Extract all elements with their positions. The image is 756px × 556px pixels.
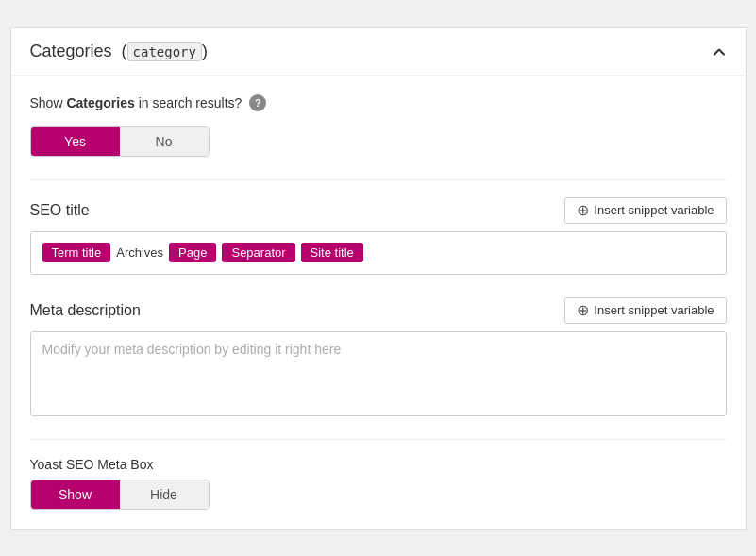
categories-panel: Categories (category) Show Categories in… xyxy=(10,27,747,530)
tag-separator[interactable]: Separator xyxy=(222,243,294,262)
seo-title-label: SEO title xyxy=(30,202,90,219)
no-button[interactable]: No xyxy=(120,127,209,156)
seo-title-insert-button[interactable]: ⊕ Insert snippet variable xyxy=(564,197,726,224)
yes-no-toggle: Yes No xyxy=(30,126,210,157)
divider-2 xyxy=(30,439,727,440)
panel-title: Categories (category) xyxy=(30,42,208,61)
tag-page[interactable]: Page xyxy=(169,243,216,262)
plus-icon-meta: ⊕ xyxy=(577,303,589,318)
show-hide-toggle: Show Hide xyxy=(30,480,210,510)
seo-title-insert-label: Insert snippet variable xyxy=(594,203,714,217)
meta-description-section: Meta description ⊕ Insert snippet variab… xyxy=(30,297,727,416)
meta-description-header: Meta description ⊕ Insert snippet variab… xyxy=(30,297,727,324)
show-button[interactable]: Show xyxy=(31,480,120,509)
hide-button[interactable]: Hide xyxy=(120,480,209,509)
meta-description-insert-label: Insert snippet variable xyxy=(594,303,714,317)
seo-title-section: SEO title ⊕ Insert snippet variable Term… xyxy=(30,197,727,275)
seo-title-box[interactable]: Term title Archives Page Separator Site … xyxy=(30,231,727,275)
panel-header: Categories (category) xyxy=(11,28,746,76)
help-icon[interactable]: ? xyxy=(249,94,266,111)
collapse-button[interactable] xyxy=(710,42,727,59)
meta-description-placeholder: Modify your meta description by editing … xyxy=(42,342,342,357)
tag-term-title[interactable]: Term title xyxy=(42,243,111,262)
text-archives: Archives xyxy=(116,245,163,260)
meta-description-box[interactable]: Modify your meta description by editing … xyxy=(30,331,727,416)
show-categories-label: Show Categories in search results? xyxy=(30,95,243,110)
panel-body: Show Categories in search results? ? Yes… xyxy=(11,76,746,529)
tag-site-title[interactable]: Site title xyxy=(301,243,363,262)
yes-button[interactable]: Yes xyxy=(31,127,120,156)
show-categories-row: Show Categories in search results? ? xyxy=(30,94,727,111)
divider-1 xyxy=(30,179,727,180)
plus-icon-seo: ⊕ xyxy=(577,203,589,218)
panel-title-text: Categories xyxy=(30,42,112,60)
chevron-up-icon xyxy=(710,42,729,61)
seo-title-header: SEO title ⊕ Insert snippet variable xyxy=(30,197,727,224)
yoast-meta-box-label: Yoast SEO Meta Box xyxy=(30,457,727,472)
meta-description-label: Meta description xyxy=(30,302,141,319)
yoast-meta-box-section: Yoast SEO Meta Box Show Hide xyxy=(30,457,727,510)
panel-title-code: category xyxy=(127,42,202,61)
meta-description-insert-button[interactable]: ⊕ Insert snippet variable xyxy=(564,297,726,324)
